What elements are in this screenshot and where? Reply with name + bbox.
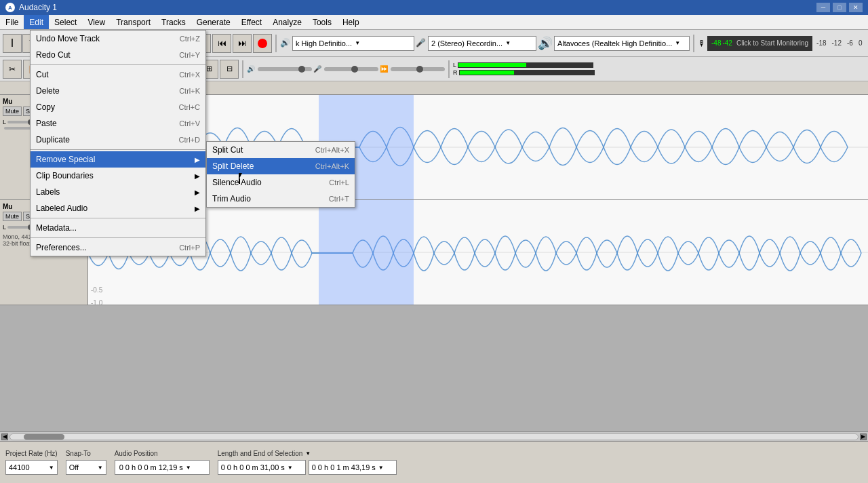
remove-special-label: Remove Special xyxy=(36,155,95,164)
menu-tracks[interactable]: Tracks xyxy=(156,15,191,29)
sel-end-arrow[interactable]: ▼ xyxy=(378,465,384,471)
menu-duplicate[interactable]: Duplicate Ctrl+D xyxy=(31,132,205,148)
menu-trim-audio[interactable]: Trim Audio Ctrl+T xyxy=(207,191,355,207)
menu-generate[interactable]: Generate xyxy=(191,15,236,29)
menu-select[interactable]: Select xyxy=(49,15,82,29)
audio-pos-arrow[interactable]: ▼ xyxy=(186,465,191,471)
menu-remove-special[interactable]: Remove Special ▶ xyxy=(31,151,205,168)
menu-transport[interactable]: Transport xyxy=(111,15,156,29)
playback-speed-thumb[interactable] xyxy=(416,66,423,73)
project-rate-arrow: ▼ xyxy=(49,465,54,471)
playback-volume-slider[interactable] xyxy=(258,67,312,71)
selection-group: Length and End of Selection ▼ 0 0 h 0 0 … xyxy=(218,450,397,475)
delete-shortcut: Ctrl+K xyxy=(179,87,200,95)
dropdown-arrow3: ▼ xyxy=(675,40,680,46)
sep6 xyxy=(242,60,243,78)
menu-labeled-audio[interactable]: Labeled Audio ▶ xyxy=(31,200,205,216)
right-channel-label: R xyxy=(453,69,458,76)
scroll-right-button[interactable]: ▶ xyxy=(860,433,867,440)
meter-val3: -6 xyxy=(847,39,853,47)
track-2-left-label: L xyxy=(3,224,6,231)
menubar: File Edit Select View Transport Tracks G… xyxy=(0,15,868,30)
meter-val4: 0 xyxy=(859,39,863,47)
menu-file[interactable]: File xyxy=(0,15,24,29)
paste-label: Paste xyxy=(36,119,57,128)
silence-audio-shortcut: Ctrl+L xyxy=(329,178,349,187)
menu-view[interactable]: View xyxy=(82,15,111,29)
labeled-audio-arrow: ▶ xyxy=(195,205,200,212)
output-volume-icon[interactable]: 🔊 xyxy=(538,36,553,51)
menu-tools[interactable]: Tools xyxy=(307,15,337,29)
delete-label: Delete xyxy=(36,86,60,96)
menu-split-delete[interactable]: Split Delete Ctrl+Alt+K xyxy=(207,158,355,174)
playback-device-label: k High Definitio... xyxy=(296,39,352,47)
output-device-label: Altavoces (Realtek High Definitio... xyxy=(557,39,672,47)
skip-start-button[interactable]: ⏮ xyxy=(212,34,231,53)
menu-help[interactable]: Help xyxy=(337,15,365,29)
record-button[interactable] xyxy=(253,34,272,53)
horizontal-scrollbar[interactable]: ◀ ▶ xyxy=(0,431,868,441)
duplicate-label: Duplicate xyxy=(36,135,70,144)
input-meter-label: -48 xyxy=(711,39,721,47)
menu-delete[interactable]: Delete Ctrl+K xyxy=(31,83,205,99)
playback-device-dropdown[interactable]: k High Definitio... ▼ xyxy=(292,36,414,51)
menu-metadata[interactable]: Metadata... xyxy=(31,220,205,236)
menu-copy[interactable]: Copy Ctrl+C xyxy=(31,99,205,115)
zoom-toggle-button[interactable]: ⊟ xyxy=(220,60,239,79)
output-device-dropdown[interactable]: Altavoces (Realtek High Definitio... ▼ xyxy=(554,36,690,51)
playback-speed-slider[interactable] xyxy=(391,67,445,71)
menu-analyze[interactable]: Analyze xyxy=(267,15,307,29)
menu-undo[interactable]: Undo Move Track Ctrl+Z xyxy=(31,31,205,47)
track-2-selection xyxy=(319,200,414,305)
recording-volume-slider[interactable] xyxy=(324,67,378,71)
input-meter: -48 -42 Click to Start Monitoring xyxy=(707,36,812,51)
snap-to-dropdown[interactable]: Off ▼ xyxy=(66,460,106,475)
cut-button[interactable]: ✂ xyxy=(3,60,22,79)
snap-to-arrow: ▼ xyxy=(98,465,103,471)
selection-tool-button[interactable]: I xyxy=(3,34,22,53)
track-1-mute-button[interactable]: Mute xyxy=(3,107,22,116)
audio-position-value: 0 0 h 0 0 m 12,19 s xyxy=(119,463,183,471)
track-2-mute-button[interactable]: Mute xyxy=(3,212,22,221)
selection-mode-arrow[interactable]: ▼ xyxy=(305,450,311,457)
menu-paste[interactable]: Paste Ctrl+V xyxy=(31,115,205,132)
skip-end-button[interactable]: ⏭ xyxy=(233,34,252,53)
maximize-button[interactable]: □ xyxy=(833,3,846,12)
preferences-label: Preferences... xyxy=(36,243,87,252)
scroll-track[interactable] xyxy=(9,433,859,440)
trim-audio-shortcut: Ctrl+T xyxy=(329,195,349,203)
sep7 xyxy=(448,60,450,78)
track-2-name: Mu xyxy=(3,203,12,210)
close-button[interactable]: ✕ xyxy=(849,3,863,12)
labeled-audio-label: Labeled Audio xyxy=(36,204,87,213)
sep3 xyxy=(693,35,694,52)
window-controls: ─ □ ✕ xyxy=(816,3,863,12)
undo-shortcut: Ctrl+Z xyxy=(180,35,200,43)
recording-volume-thumb[interactable] xyxy=(351,66,358,73)
project-rate-dropdown[interactable]: 44100 ▼ xyxy=(5,460,58,475)
menu-labels[interactable]: Labels ▶ xyxy=(31,184,205,200)
playback-volume-thumb[interactable] xyxy=(298,66,305,73)
statusbar: Project Rate (Hz) 44100 ▼ Snap-To Off ▼ … xyxy=(0,441,868,483)
menu-silence-audio[interactable]: Silence Audio Ctrl+L xyxy=(207,174,355,191)
menu-effect[interactable]: Effect xyxy=(236,15,267,29)
menu-redo[interactable]: Redo Cut Ctrl+Y xyxy=(31,47,205,63)
menu-split-cut[interactable]: Split Cut Ctrl+Alt+X xyxy=(207,142,355,158)
left-meter xyxy=(458,62,593,68)
sel-start-arrow[interactable]: ▼ xyxy=(288,465,293,471)
menu-clip-boundaries[interactable]: Clip Boundaries ▶ xyxy=(31,168,205,184)
menu-preferences[interactable]: Preferences... Ctrl+P xyxy=(31,239,205,256)
scroll-thumb[interactable] xyxy=(24,434,64,440)
menu-cut[interactable]: Cut Ctrl+X xyxy=(31,66,205,83)
menu-edit[interactable]: Edit xyxy=(24,15,49,29)
window-title: Audacity 1 xyxy=(19,3,816,12)
input-meter-icon[interactable]: 🎙 xyxy=(698,39,706,48)
split-delete-shortcut: Ctrl+Alt+K xyxy=(315,162,349,170)
minimize-button[interactable]: ─ xyxy=(816,3,830,12)
scroll-left-button[interactable]: ◀ xyxy=(1,433,8,440)
app-icon: A xyxy=(5,3,15,12)
sel-start-value: 0 0 h 0 0 m 31,00 s xyxy=(221,463,285,471)
labels-arrow: ▶ xyxy=(195,189,200,196)
recording-device-dropdown[interactable]: 2 (Stereo) Recordin... ▼ xyxy=(428,36,536,51)
svg-text:-1.0: -1.0 xyxy=(91,299,103,305)
